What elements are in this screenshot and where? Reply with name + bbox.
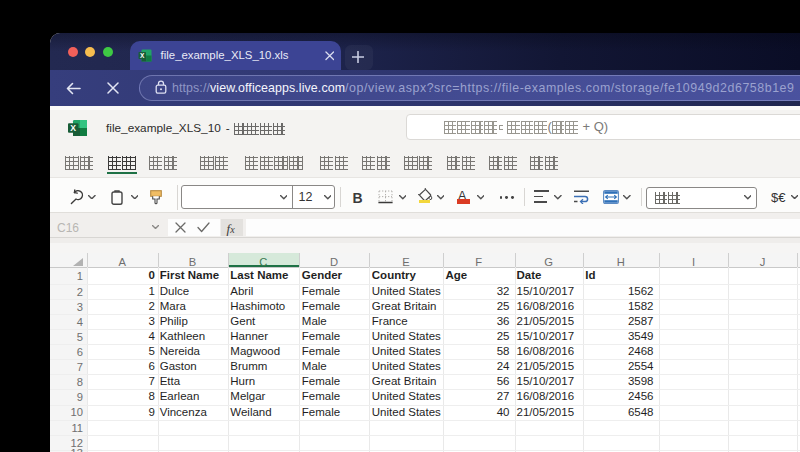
svg-text:X: X (140, 52, 145, 59)
svg-text:X: X (70, 122, 76, 132)
